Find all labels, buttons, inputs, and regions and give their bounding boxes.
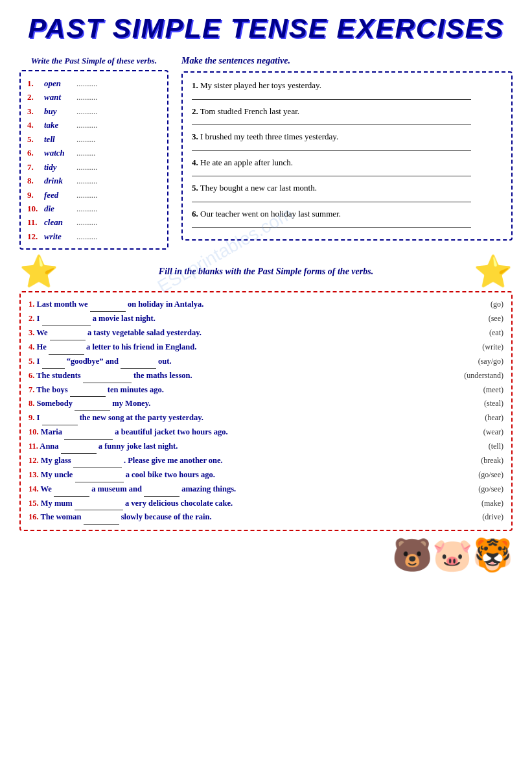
negative-list-item: 4. He ate an apple after lunch. [192, 156, 502, 177]
fill-list-item: 3. We a tasty vegetable salad yesterday.… [29, 326, 503, 340]
fill-sentence: 9. I the new song at the party yesterday… [29, 411, 452, 425]
fill-blank [50, 332, 86, 340]
verb-list-item: 12.write.......... [27, 230, 161, 243]
fill-blank-2 [144, 488, 179, 497]
verb-num: 6. [27, 146, 41, 160]
verb-word: take [44, 118, 74, 132]
fill-num: 2. [29, 314, 34, 323]
star-right-icon: ⭐ [474, 256, 513, 287]
fill-verb: (wear) [452, 425, 503, 439]
verb-num: 5. [27, 132, 41, 146]
fill-verb: (break) [452, 454, 503, 468]
verb-num: 10. [27, 202, 41, 215]
fill-list-item: 8. Somebody my Money.(steal) [29, 397, 503, 411]
verb-list-item: 6.watch......... [27, 146, 161, 160]
verb-num: 12. [27, 230, 41, 243]
fill-sentence: 14. We a museum and amazing things. [29, 482, 452, 497]
fill-list: 1. Last month we on holiday in Antalya.(… [29, 298, 503, 525]
fill-verb: (hear) [452, 411, 503, 425]
fill-verb: (drive) [452, 510, 503, 524]
fill-verb: (eat) [452, 326, 503, 340]
fill-num: 1. [29, 300, 34, 309]
verb-word: tidy [44, 160, 74, 174]
sentence-num: 1. [192, 80, 198, 90]
fill-section-title: Fill in the blanks with the Past Simple … [58, 266, 474, 277]
fill-verb: (understand) [452, 369, 503, 383]
verb-section-title: Write the Past Simple of these verbs. [19, 56, 168, 66]
verb-dots: .......... [76, 160, 98, 174]
answer-line [192, 145, 471, 151]
sentence-text: Our teacher went on holiday last summer. [200, 209, 341, 219]
bottom-decoration: 🐻🐷🐯 [19, 536, 513, 574]
fill-sentence: 12. My glass . Please give me another on… [29, 454, 452, 468]
fill-sentence: 10. Maria a beautiful jacket two hours a… [29, 425, 452, 440]
fill-sentence: 2. I a movie last night. [29, 312, 452, 326]
sentence-num: 3. [192, 132, 198, 141]
fill-num: 4. [29, 342, 34, 351]
verb-num: 2. [27, 90, 41, 104]
fill-blank [61, 445, 97, 454]
fill-list-item: 1. Last month we on holiday in Antalya.(… [29, 298, 503, 312]
fill-sentence: 1. Last month we on holiday in Antalya. [29, 298, 452, 312]
fill-blank [64, 431, 113, 440]
verb-list-item: 7.tidy.......... [27, 160, 161, 174]
verb-list-item: 5.tell......... [27, 132, 161, 146]
answer-line [192, 170, 471, 176]
verb-list-item: 9.feed.......... [27, 188, 161, 202]
fill-sentence: 13. My uncle a cool bike two hours ago. [29, 468, 452, 482]
fill-sentence: 16. The woman slowly because of the rain… [29, 510, 452, 525]
verb-num: 9. [27, 188, 41, 202]
sentence-text: I brushed my teeth three times yesterday… [200, 132, 338, 141]
verb-dots: .......... [76, 118, 98, 132]
fill-sentence: 15. My mum a very delicious chocolate ca… [29, 497, 452, 511]
fill-num: 13. [29, 470, 39, 479]
verb-list-box: 1.open..........2.want..........3.buy...… [19, 70, 168, 250]
fill-list-item: 16. The woman slowly because of the rain… [29, 510, 503, 525]
verb-word: write [44, 230, 74, 243]
verb-num: 1. [27, 77, 41, 90]
verb-word: open [44, 77, 74, 90]
star-left-icon: ⭐ [19, 256, 58, 287]
fill-list-item: 2. I a movie last night.(see) [29, 312, 503, 326]
fill-list-item: 7. The boys ten minutes ago.(meet) [29, 383, 503, 397]
verb-section: Write the Past Simple of these verbs. 1.… [19, 56, 168, 250]
verb-word: buy [44, 104, 74, 118]
verb-list-item: 3.buy.......... [27, 104, 161, 118]
negative-list-item: 5. They bought a new car last month. [192, 182, 502, 202]
verb-dots: .......... [76, 104, 98, 118]
verb-dots: .......... [76, 77, 98, 90]
verb-list: 1.open..........2.want..........3.buy...… [27, 77, 161, 243]
fill-sentence: 7. The boys ten minutes ago. [29, 383, 452, 397]
fill-blank [70, 388, 106, 397]
fill-list-item: 4. He a letter to his friend in England.… [29, 340, 503, 355]
fill-list-item: 5. I “goodbye” and out.(say/go) [29, 355, 503, 369]
fill-verb: (meet) [452, 383, 503, 397]
negative-section: Make the sentences negative. 1. My siste… [181, 56, 513, 250]
answer-line [192, 196, 471, 202]
fill-blank [73, 460, 122, 468]
verb-dots: .......... [76, 230, 98, 243]
fill-list-item: 14. We a museum and amazing things.(go/s… [29, 482, 503, 497]
fill-num: 8. [29, 399, 34, 408]
sentence-text: They bought a new car last month. [200, 183, 317, 193]
verb-dots: .......... [76, 188, 98, 202]
fill-blank [54, 488, 89, 497]
fill-verb: (tell) [452, 440, 503, 453]
fill-blank [83, 375, 132, 383]
verb-dots: .......... [76, 215, 98, 229]
fill-num: 5. [29, 357, 34, 366]
negative-section-title: Make the sentences negative. [181, 56, 513, 66]
sentence-num: 4. [192, 158, 198, 167]
fill-verb: (go/see) [452, 468, 503, 482]
fill-blank [90, 303, 126, 312]
fill-blank [42, 318, 91, 326]
verb-list-item: 1.open.......... [27, 77, 161, 90]
answer-line [192, 93, 471, 100]
verb-num: 4. [27, 118, 41, 132]
fill-num: 11. [29, 442, 38, 451]
verb-dots: .......... [76, 90, 98, 104]
verb-num: 11. [27, 215, 41, 229]
fill-num: 16. [29, 512, 39, 521]
negative-list-item: 2. Tom studied French last year. [192, 105, 502, 126]
fill-num: 9. [29, 413, 34, 422]
